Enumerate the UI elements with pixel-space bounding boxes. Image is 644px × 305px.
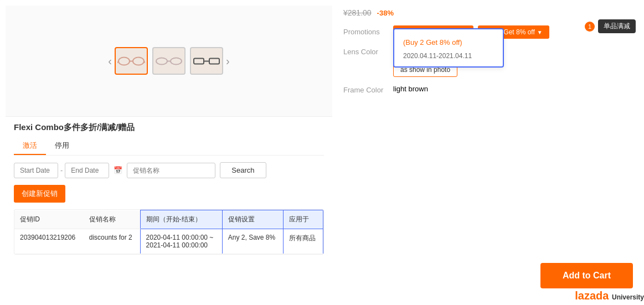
university-text: University [612, 293, 644, 301]
cell-settings: Any 2, Save 8% [222, 229, 283, 254]
filter-row: - 📅 Search [14, 162, 324, 178]
buy2-arrow: ▼ [537, 29, 543, 35]
cell-id: 203904013219206 [14, 229, 84, 254]
prev-arrow[interactable]: ‹ [105, 52, 115, 70]
col-name: 促销名称 [84, 210, 140, 229]
col-settings: 促销设置 [222, 210, 283, 229]
product-details: ¥281.00 -38% Promotions Min. spend $300.… [332, 0, 644, 305]
col-applies: 应用于 [284, 210, 323, 229]
promotions-label: Promotions [343, 25, 388, 36]
notif-circle: 1 [585, 22, 595, 32]
tabs: 激活 停用 [14, 137, 324, 156]
lazada-text: lazada [575, 290, 609, 302]
original-price: ¥281.00 [343, 8, 372, 17]
date-separator: - [60, 166, 63, 174]
notification-area: 1 单品满减 [585, 19, 636, 33]
image-gallery: ‹ [6, 6, 332, 116]
svg-rect-8 [194, 59, 204, 64]
lens-option-spacer [343, 69, 388, 71]
create-promo-button[interactable]: 创建新促销 [14, 185, 65, 203]
svg-point-1 [133, 58, 144, 65]
lens-color-label: Lens Color [343, 45, 388, 56]
search-button[interactable]: Search [220, 162, 266, 178]
add-to-cart-button[interactable]: Add to Cart [540, 263, 633, 288]
thumbnail-row [115, 47, 223, 75]
col-period: 期间（开始-结束） [140, 210, 222, 229]
svg-point-6 [171, 58, 182, 65]
svg-point-0 [119, 58, 130, 65]
watermark: lazada University [575, 290, 644, 302]
svg-point-5 [156, 58, 167, 65]
flexi-section: Flexi Combo多件多折/满减/赠品 激活 停用 - 📅 Search 创… [6, 116, 332, 299]
price-row: ¥281.00 -38% [343, 8, 633, 17]
thumbnail-3[interactable] [190, 47, 223, 75]
svg-rect-9 [209, 59, 219, 64]
next-arrow[interactable]: › [223, 52, 233, 70]
promo-table: 促销ID 促销名称 期间（开始-结束） 促销设置 应用于 20390401321… [14, 209, 324, 255]
promo-dropdown: (Buy 2 Get 8% off) 2020.04.11-2021.04.11 [393, 28, 504, 68]
cell-period: 2020-04-11 00:00:00 ~2021-04-11 00:00:00 [140, 229, 222, 254]
discount-badge: -38% [377, 9, 394, 17]
end-date-input[interactable] [65, 163, 109, 178]
tab-inactive[interactable]: 停用 [46, 137, 78, 155]
dropdown-date: 2020.04.11-2021.04.11 [403, 52, 494, 60]
promo-name-input[interactable] [127, 163, 215, 178]
thumbnail-2[interactable] [152, 47, 186, 75]
date-range: - 📅 [14, 163, 122, 178]
frame-color-row: Frame Color light brown [343, 84, 633, 94]
cell-applies: 所有商品 [284, 229, 323, 254]
calendar-icon[interactable]: 📅 [114, 166, 122, 174]
frame-color-label: Frame Color [343, 84, 388, 94]
thumbnail-1[interactable] [115, 47, 148, 75]
frame-color-value: light brown [393, 85, 428, 93]
start-date-input[interactable] [14, 163, 58, 178]
dropdown-option-1[interactable]: (Buy 2 Get 8% off) [403, 36, 494, 49]
tab-active[interactable]: 激活 [14, 137, 46, 155]
add-to-cart-area: Add to Cart [540, 263, 633, 288]
flexi-title: Flexi Combo多件多折/满减/赠品 [14, 122, 324, 133]
table-row: 203904013219206 discounts for 2 2020-04-… [14, 229, 323, 254]
col-id: 促销ID [14, 210, 84, 229]
notif-tooltip: 单品满减 [598, 19, 636, 33]
cell-name: discounts for 2 [84, 229, 140, 254]
